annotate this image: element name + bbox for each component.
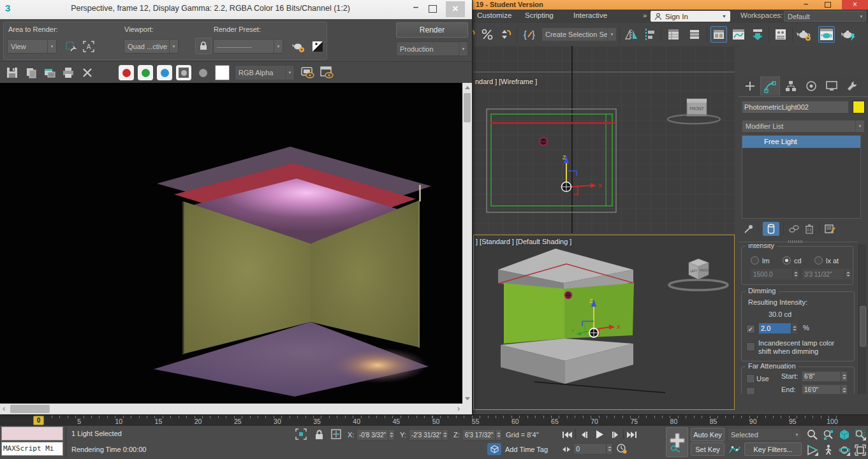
zoom-icon[interactable] bbox=[805, 427, 820, 442]
tab-display[interactable] bbox=[821, 76, 841, 96]
copy-image-icon[interactable] bbox=[24, 66, 38, 80]
render-mode-dropdown[interactable]: Production ▼ bbox=[396, 41, 468, 56]
rfw-maximize-button[interactable] bbox=[429, 5, 437, 13]
auto-key-button[interactable]: Auto Key bbox=[691, 428, 725, 441]
workspaces-dropdown[interactable]: Default ▼ bbox=[784, 11, 866, 22]
remove-modifier-icon[interactable] bbox=[802, 222, 816, 236]
set-key-button[interactable]: Set Key bbox=[691, 442, 725, 456]
far-end-field[interactable]: 16'0" bbox=[802, 384, 848, 394]
time-configuration-icon[interactable] bbox=[615, 442, 628, 455]
add-time-tag-icon[interactable] bbox=[487, 443, 501, 455]
zoom-all-icon[interactable] bbox=[821, 427, 836, 442]
intensity-value-field[interactable]: 1500.0 bbox=[751, 268, 799, 280]
rfw-hscroll-thumb[interactable] bbox=[10, 405, 50, 413]
green-channel-button[interactable] bbox=[138, 65, 153, 80]
edit-named-selection-icon[interactable]: {} bbox=[522, 26, 538, 43]
scene-explorer-icon[interactable] bbox=[665, 26, 682, 43]
viewport-shaded-label[interactable]: ] [Standard ] [Default Shading ] bbox=[476, 238, 571, 245]
rfw-hscrollbar[interactable]: ‹ › bbox=[0, 404, 462, 414]
key-filter-curve-icon[interactable] bbox=[727, 442, 742, 456]
key-filters-button[interactable]: Key Filters... bbox=[744, 442, 802, 456]
channel-display-dropdown[interactable]: RGB Alpha ▼ bbox=[235, 65, 295, 80]
transform-offset-icon[interactable] bbox=[329, 428, 343, 441]
selection-lock-icon[interactable] bbox=[313, 428, 325, 441]
room-model[interactable] bbox=[498, 249, 634, 384]
orbit-icon[interactable] bbox=[837, 442, 852, 457]
material-editor-icon[interactable] bbox=[772, 26, 789, 43]
curve-editor-icon[interactable] bbox=[730, 26, 747, 43]
render-production-icon[interactable] bbox=[841, 26, 857, 43]
menu-overflow-chevrons[interactable]: » bbox=[643, 11, 647, 19]
show-end-result-icon[interactable] bbox=[763, 222, 779, 236]
viewport-front-label[interactable]: ndard ] [Wireframe ] bbox=[475, 78, 537, 85]
menu-scripting[interactable]: Scripting bbox=[525, 11, 554, 19]
frame-stepper-icon[interactable] bbox=[561, 444, 571, 455]
current-frame-field[interactable]: 0 bbox=[573, 443, 613, 455]
rfw-hscroll-left-arrow[interactable]: ‹ bbox=[3, 404, 5, 414]
monochrome-button[interactable] bbox=[195, 65, 210, 80]
area-to-render-dropdown[interactable]: View ▼ bbox=[7, 39, 57, 54]
y-coordinate-field[interactable]: -2'3 31/32" bbox=[409, 429, 448, 441]
far-use-checkbox[interactable] bbox=[746, 374, 755, 383]
radio-lx-at[interactable]: lx at bbox=[814, 256, 839, 265]
named-selection-set-dropdown[interactable]: Create Selection Se ▼ bbox=[541, 27, 617, 41]
viewport-perspective-shaded[interactable]: Z X Y LEFT FRONT ] [S bbox=[473, 235, 735, 410]
rfw-vscroll-up-arrow[interactable] bbox=[465, 86, 470, 89]
go-to-end-button[interactable] bbox=[625, 428, 638, 441]
object-name-field[interactable]: PhotometricLight002 bbox=[742, 101, 849, 113]
add-time-tag-label[interactable]: Add Time Tag bbox=[505, 446, 548, 453]
dimming-percent-field[interactable]: 2.0 bbox=[758, 323, 798, 334]
rollout-divider[interactable] bbox=[739, 242, 857, 242]
far-end-checkbox[interactable] bbox=[746, 387, 755, 394]
rfw-vscroll-thumb[interactable] bbox=[464, 93, 471, 122]
clear-image-icon[interactable] bbox=[80, 66, 94, 80]
main-restore-button[interactable] bbox=[825, 2, 831, 8]
render-button[interactable]: Render bbox=[396, 22, 468, 38]
viewport-front-wireframe[interactable]: Z X FRONT ndard ] [Wireframe ] bbox=[473, 46, 735, 233]
viewport-lock-icon[interactable] bbox=[195, 38, 212, 54]
configure-modifier-sets-icon[interactable] bbox=[823, 222, 838, 236]
pin-stack-icon[interactable] bbox=[742, 222, 755, 236]
red-channel-button[interactable] bbox=[119, 65, 134, 80]
radio-lm[interactable]: lm bbox=[751, 256, 770, 265]
main-minimize-button[interactable]: – bbox=[804, 0, 808, 8]
rfw-vscroll-down-arrow[interactable] bbox=[465, 397, 470, 400]
photometric-light-top[interactable] bbox=[540, 138, 547, 145]
edit-region-icon[interactable] bbox=[63, 39, 78, 54]
viewport-splitter[interactable] bbox=[473, 71, 735, 73]
play-button[interactable] bbox=[592, 428, 607, 441]
radio-cd[interactable]: cd bbox=[783, 256, 802, 265]
panel-scrollbar-thumb[interactable] bbox=[860, 306, 866, 347]
render-setup-icon[interactable] bbox=[796, 26, 813, 43]
object-color-swatch[interactable] bbox=[853, 101, 865, 113]
tab-motion[interactable] bbox=[801, 76, 821, 96]
tab-create[interactable] bbox=[740, 76, 760, 96]
toggle-ui-icon[interactable] bbox=[319, 64, 335, 80]
modifier-list-dropdown[interactable]: Modifier List ▼ bbox=[742, 120, 865, 133]
stack-item-free-light[interactable]: Free Light bbox=[742, 136, 860, 148]
rfw-close-button[interactable]: × bbox=[446, 1, 465, 17]
key-mode-dropdown[interactable]: Selected ▼ bbox=[727, 428, 802, 441]
intensity-lx-distance-field[interactable]: 3'3 11/32" bbox=[802, 268, 851, 280]
tab-modify[interactable] bbox=[760, 76, 780, 96]
snap-percent-icon[interactable] bbox=[479, 26, 496, 43]
set-keys-button[interactable] bbox=[666, 427, 688, 457]
auto-region-icon[interactable]: A bbox=[81, 39, 96, 54]
go-to-start-button[interactable] bbox=[560, 428, 573, 441]
zoom-region-icon[interactable] bbox=[853, 427, 868, 442]
rfw-minimize-button[interactable]: – bbox=[408, 1, 423, 17]
sign-in-control[interactable]: Sign In ▼ bbox=[651, 11, 730, 22]
blue-channel-button[interactable] bbox=[157, 65, 172, 80]
menu-interactive[interactable]: Interactive bbox=[573, 11, 607, 19]
field-of-view-icon[interactable] bbox=[805, 442, 820, 457]
z-coordinate-field[interactable]: 6'3 17/32" bbox=[462, 429, 502, 441]
maxscript-output-box[interactable] bbox=[1, 426, 63, 441]
mirror-icon[interactable] bbox=[623, 26, 640, 43]
incandescent-checkbox[interactable] bbox=[746, 342, 755, 351]
save-image-icon[interactable] bbox=[5, 66, 19, 80]
x-coordinate-field[interactable]: -0'8 3/32" bbox=[357, 429, 395, 441]
time-slider-marker[interactable]: 0 bbox=[33, 416, 44, 425]
render-preset-dropdown[interactable]: ————— ▼ bbox=[213, 39, 283, 54]
timeline-ruler[interactable]: 5101520253035404550556065707580859095100… bbox=[0, 414, 868, 426]
spinner-snap-icon[interactable] bbox=[497, 26, 514, 43]
